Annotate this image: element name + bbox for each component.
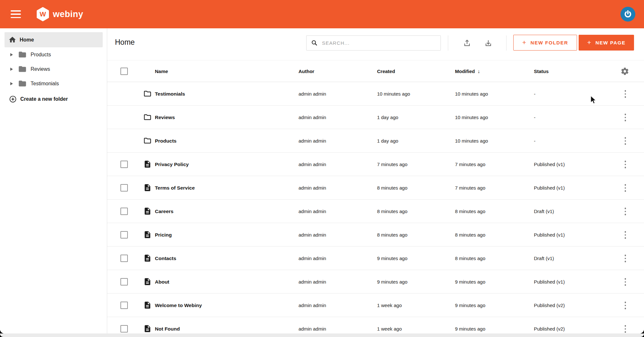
- row-created: 9 minutes ago: [377, 270, 407, 294]
- row-modified: 7 minutes ago: [455, 176, 485, 200]
- table-row[interactable]: Privacy Policy admin admin 7 minutes ago…: [107, 153, 644, 176]
- row-actions-kebab[interactable]: [621, 324, 630, 333]
- menu-icon[interactable]: [11, 10, 21, 18]
- row-actions-kebab[interactable]: [621, 301, 630, 310]
- row-name[interactable]: Reviews: [155, 106, 175, 129]
- sidebar-home-label: Home: [20, 37, 34, 43]
- row-name[interactable]: Terms of Service: [155, 176, 195, 200]
- row-author: admin admin: [298, 317, 326, 333]
- search-box[interactable]: [306, 35, 441, 51]
- row-name[interactable]: Contacts: [155, 247, 176, 270]
- row-author: admin admin: [298, 247, 326, 270]
- expand-caret-icon[interactable]: [10, 82, 13, 85]
- gravatar-icon: [623, 10, 632, 19]
- row-status: Published (v2): [534, 294, 565, 317]
- table-row[interactable]: Reviews admin admin 1 day ago 10 minutes…: [107, 106, 644, 129]
- new-page-button[interactable]: + NEW PAGE: [579, 35, 634, 51]
- sidebar-item-products[interactable]: Products: [0, 47, 107, 62]
- row-status: Published (v1): [534, 223, 565, 247]
- row-checkbox[interactable]: [120, 325, 128, 332]
- divider: [506, 35, 507, 51]
- row-status: -: [534, 82, 535, 106]
- row-name[interactable]: Products: [155, 129, 176, 153]
- table-row[interactable]: Not Found admin admin 1 week ago 9 minut…: [107, 317, 644, 333]
- folder-icon: [143, 136, 152, 145]
- row-checkbox[interactable]: [120, 278, 128, 286]
- row-status: -: [534, 106, 535, 129]
- row-actions-kebab[interactable]: [621, 230, 630, 240]
- row-checkbox[interactable]: [120, 302, 128, 309]
- row-checkbox[interactable]: [120, 161, 128, 168]
- create-folder-label: Create a new folder: [20, 96, 68, 102]
- row-actions-kebab[interactable]: [621, 183, 630, 193]
- table-settings-button[interactable]: [620, 67, 629, 76]
- export-button[interactable]: [482, 36, 495, 49]
- row-actions-kebab[interactable]: [621, 160, 630, 169]
- home-icon: [8, 36, 16, 44]
- row-author: admin admin: [298, 270, 326, 294]
- row-modified: 9 minutes ago: [455, 317, 485, 333]
- table-body: Testimonials admin admin 10 minutes ago …: [107, 82, 644, 333]
- row-name[interactable]: Welcome to Webiny: [155, 294, 202, 317]
- user-avatar[interactable]: [620, 7, 635, 22]
- row-checkbox[interactable]: [120, 255, 128, 262]
- column-header-author[interactable]: Author: [298, 61, 314, 82]
- sidebar-item-reviews[interactable]: Reviews: [0, 62, 107, 76]
- folder-icon: [18, 79, 27, 88]
- page-icon: [143, 277, 152, 286]
- sidebar-folder-label: Testimonials: [31, 81, 59, 87]
- row-status: Draft (v1): [534, 247, 554, 270]
- table-row[interactable]: Pricing admin admin 8 minutes ago 8 minu…: [107, 223, 644, 247]
- row-checkbox[interactable]: [120, 231, 128, 239]
- import-button[interactable]: [460, 36, 473, 49]
- new-folder-button[interactable]: + NEW FOLDER: [513, 35, 577, 51]
- row-created: 9 minutes ago: [377, 247, 407, 270]
- row-author: admin admin: [298, 223, 326, 247]
- table-row[interactable]: Products admin admin 1 day ago 10 minute…: [107, 129, 644, 153]
- table-row[interactable]: Testimonials admin admin 10 minutes ago …: [107, 82, 644, 106]
- row-actions-kebab[interactable]: [621, 254, 630, 263]
- column-header-modified[interactable]: Modified↓: [455, 61, 480, 82]
- table-row[interactable]: Careers admin admin 8 minutes ago 8 minu…: [107, 200, 644, 223]
- row-actions-kebab[interactable]: [621, 113, 630, 122]
- row-name[interactable]: Privacy Policy: [155, 153, 189, 176]
- row-modified: 8 minutes ago: [455, 247, 485, 270]
- column-header-status[interactable]: Status: [534, 61, 549, 82]
- table-header: Name Author Created Modified↓ Status: [107, 61, 644, 82]
- row-actions-kebab[interactable]: [621, 277, 630, 287]
- expand-caret-icon[interactable]: [10, 53, 13, 56]
- table-row[interactable]: Welcome to Webiny admin admin 1 week ago…: [107, 294, 644, 317]
- divider: [448, 35, 448, 51]
- select-all-checkbox[interactable]: [120, 68, 128, 75]
- row-author: admin admin: [298, 82, 326, 106]
- upload-icon: [463, 39, 471, 47]
- sidebar-item-testimonials[interactable]: Testimonials: [0, 76, 107, 91]
- row-actions-kebab[interactable]: [621, 207, 630, 216]
- folder-icon: [143, 113, 152, 121]
- topbar: W webiny: [0, 0, 644, 28]
- sidebar-item-home[interactable]: Home: [5, 32, 103, 47]
- create-new-folder-button[interactable]: Create a new folder: [9, 92, 68, 106]
- row-checkbox[interactable]: [120, 184, 128, 192]
- table-row[interactable]: Terms of Service admin admin 8 minutes a…: [107, 176, 644, 200]
- table-row[interactable]: Contacts admin admin 9 minutes ago 8 min…: [107, 247, 644, 270]
- row-name[interactable]: Careers: [155, 200, 174, 223]
- folder-icon: [143, 89, 152, 98]
- row-name[interactable]: Not Found: [155, 317, 180, 333]
- row-name[interactable]: About: [155, 270, 169, 294]
- table-row[interactable]: About admin admin 9 minutes ago 9 minute…: [107, 270, 644, 294]
- gear-icon: [620, 67, 629, 76]
- expand-caret-icon[interactable]: [10, 68, 13, 71]
- row-actions-kebab[interactable]: [621, 89, 630, 99]
- column-header-name[interactable]: Name: [155, 61, 168, 82]
- search-input[interactable]: [322, 40, 438, 46]
- row-name[interactable]: Testimonials: [155, 82, 185, 106]
- page-icon: [143, 254, 152, 262]
- row-actions-kebab[interactable]: [621, 136, 630, 146]
- column-header-created[interactable]: Created: [377, 61, 395, 82]
- row-modified: 9 minutes ago: [455, 270, 485, 294]
- row-name[interactable]: Pricing: [155, 223, 172, 247]
- row-checkbox[interactable]: [120, 208, 128, 215]
- page-icon: [143, 160, 152, 168]
- row-author: admin admin: [298, 200, 326, 223]
